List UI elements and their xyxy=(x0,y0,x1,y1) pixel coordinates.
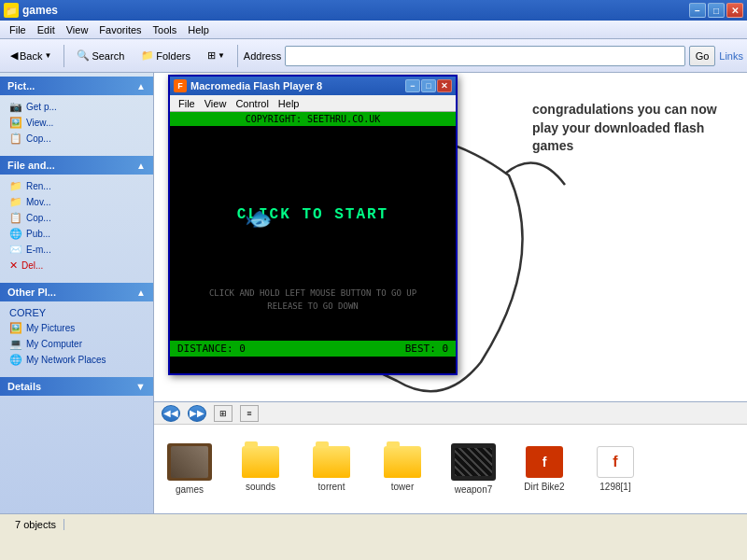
sidebar-details-header[interactable]: Details ▼ xyxy=(0,377,153,396)
file-nav-prev-button[interactable]: ◀◀ xyxy=(162,405,180,422)
views-dropdown-icon: ▼ xyxy=(218,51,225,60)
flash-copyright: COPYRIGHT: SEETHRU.CO.UK xyxy=(170,112,456,126)
flash-title-text: Macromedia Flash Player 8 xyxy=(190,80,405,91)
other-chevron-icon: ▲ xyxy=(136,287,146,298)
delete-label: Del... xyxy=(21,260,43,271)
flash-game-area[interactable]: 🐟 CLICK TO START CLICK AND HOLD LEFT MOU… xyxy=(170,126,456,341)
file-nav-next-button[interactable]: ▶▶ xyxy=(188,405,206,422)
sidebar-header-files[interactable]: File and... ▲ xyxy=(0,156,153,175)
title-bar-buttons: − □ ✕ xyxy=(689,3,743,18)
weapon7-label: weapon7 xyxy=(455,484,493,495)
flash-title-bar: F Macromedia Flash Player 8 − □ ✕ xyxy=(170,77,456,95)
slideshow-icon: 🖼️ xyxy=(9,117,22,129)
sidebar-item-delete[interactable]: ✕ Del... xyxy=(0,258,153,273)
folders-button[interactable]: 📁 Folders xyxy=(134,46,197,65)
minimize-button[interactable]: − xyxy=(689,3,706,18)
annotation-text: congradulations you can now play your do… xyxy=(532,101,719,156)
back-button[interactable]: ◀ Back ▼ xyxy=(4,46,58,65)
flash-menu-file[interactable]: File xyxy=(174,97,200,110)
views-button[interactable]: ⊞ ▼ xyxy=(201,46,232,65)
window-icon: 📁 xyxy=(4,3,19,18)
file-view-btn1[interactable]: ⊞ xyxy=(214,405,233,422)
file-item-tower[interactable]: tower xyxy=(374,446,430,492)
flash-menu: File View Control Help xyxy=(170,95,456,112)
file-item-games[interactable]: games xyxy=(162,443,218,495)
search-button[interactable]: 🔍 Search xyxy=(70,46,131,65)
links-label[interactable]: Links xyxy=(719,50,743,62)
file-item-dirtbike2[interactable]: f Dirt Bike2 xyxy=(516,446,572,492)
1298-file-icon xyxy=(597,446,634,478)
flash-close-button[interactable]: ✕ xyxy=(437,79,452,92)
delete-icon: ✕ xyxy=(9,259,18,272)
sidebar-item-publish[interactable]: 🌐 Pub... xyxy=(0,226,153,242)
sidebar-item-network[interactable]: 🌐 My Network Places xyxy=(0,352,153,368)
menu-file[interactable]: File xyxy=(4,22,32,37)
menu-help[interactable]: Help xyxy=(182,22,215,37)
menu-view[interactable]: View xyxy=(61,22,94,37)
sidebar-item-corey[interactable]: COREY xyxy=(0,305,153,320)
sidebar-item-copy-cd[interactable]: 📋 Cop... xyxy=(0,131,153,147)
flash-maximize-button[interactable]: □ xyxy=(421,79,436,92)
details-label: Details xyxy=(7,381,41,392)
menu-favorites[interactable]: Favorites xyxy=(93,22,147,37)
window-title: games xyxy=(22,4,689,17)
status-count: 7 objects xyxy=(7,519,64,530)
folders-icon: 📁 xyxy=(141,49,154,62)
camera-icon: 📷 xyxy=(9,101,22,113)
sidebar-section-pictures: Pict... ▲ 📷 Get p... 🖼️ View... 📋 Cop... xyxy=(0,77,153,150)
close-button[interactable]: ✕ xyxy=(726,3,743,18)
network-icon: 🌐 xyxy=(9,354,22,366)
best-label: BEST: 0 xyxy=(405,343,448,355)
go-button[interactable]: Go xyxy=(689,46,716,66)
sidebar-item-rename[interactable]: 📁 Ren... xyxy=(0,178,153,194)
sidebar-item-my-computer[interactable]: 💻 My Computer xyxy=(0,336,153,352)
flash-minimize-button[interactable]: − xyxy=(405,79,420,92)
flash-menu-control[interactable]: Control xyxy=(231,97,273,110)
file-icons-row: games sounds torrent tower xyxy=(154,425,747,513)
toolbar-separator-1 xyxy=(63,45,64,67)
sidebar-item-view-slideshow[interactable]: 🖼️ View... xyxy=(0,115,153,131)
distance-label: DISTANCE: 0 xyxy=(177,343,246,355)
sidebar-item-move[interactable]: 📁 Mov... xyxy=(0,194,153,210)
search-label: Search xyxy=(92,50,124,62)
flash-menu-view[interactable]: View xyxy=(200,97,232,110)
my-pictures-label: My Pictures xyxy=(26,323,75,333)
sidebar-item-my-pictures[interactable]: 🖼️ My Pictures xyxy=(0,320,153,336)
maximize-button[interactable]: □ xyxy=(708,3,725,18)
flash-menu-help[interactable]: Help xyxy=(274,97,304,110)
address-input[interactable] xyxy=(285,46,684,66)
file-item-sounds[interactable]: sounds xyxy=(233,446,289,492)
toolbar-separator-2 xyxy=(237,45,238,67)
email-label: E-m... xyxy=(26,245,51,255)
get-pictures-label: Get p... xyxy=(26,102,57,112)
file-item-torrent[interactable]: torrent xyxy=(303,446,359,492)
dirtbike2-file-icon: f xyxy=(526,446,563,478)
fish-icon: 🐟 xyxy=(245,205,273,231)
copy-folder-label: Cop... xyxy=(26,213,51,223)
file-item-1298[interactable]: 1298[1] xyxy=(587,446,643,492)
sidebar: Pict... ▲ 📷 Get p... 🖼️ View... 📋 Cop... xyxy=(0,73,154,513)
back-label: Back xyxy=(20,50,42,62)
file-area: ◀◀ ▶▶ ⊞ ≡ games sounds xyxy=(154,401,747,513)
menu-tools[interactable]: Tools xyxy=(148,22,183,37)
sidebar-header-other[interactable]: Other Pl... ▲ xyxy=(0,283,153,301)
sidebar-header-pictures[interactable]: Pict... ▲ xyxy=(0,77,153,95)
file-chevron-icon: ▲ xyxy=(136,161,146,171)
my-pictures-icon: 🖼️ xyxy=(9,322,22,334)
flash-tb-buttons: − □ ✕ xyxy=(405,79,452,92)
details-chevron-icon: ▼ xyxy=(135,381,146,392)
pictures-content: 📷 Get p... 🖼️ View... 📋 Cop... xyxy=(0,95,153,150)
file-view-btn2[interactable]: ≡ xyxy=(240,405,259,422)
move-icon: 📁 xyxy=(9,196,22,208)
menu-bar: File Edit View Favorites Tools Help xyxy=(0,21,747,39)
file-item-weapon7[interactable]: weapon7 xyxy=(445,443,501,495)
flash-body: COPYRIGHT: SEETHRU.CO.UK 🐟 CLICK TO STAR… xyxy=(170,112,456,373)
email-icon: ✉️ xyxy=(9,244,22,256)
back-dropdown-icon: ▼ xyxy=(44,51,51,60)
sidebar-item-email[interactable]: ✉️ E-m... xyxy=(0,242,153,258)
back-arrow-icon: ◀ xyxy=(10,49,18,62)
sidebar-item-get-pictures[interactable]: 📷 Get p... xyxy=(0,99,153,115)
sidebar-item-copy[interactable]: 📋 Cop... xyxy=(0,210,153,226)
menu-edit[interactable]: Edit xyxy=(32,22,61,37)
pictures-chevron-icon: ▲ xyxy=(136,81,146,91)
